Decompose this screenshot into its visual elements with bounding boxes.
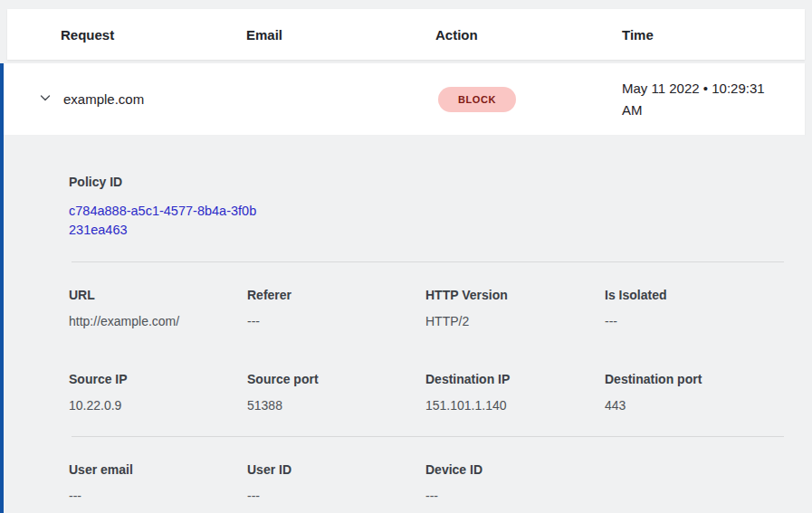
column-header-email: Email: [246, 27, 435, 43]
field-empty: [605, 461, 784, 505]
field-is-isolated: Is Isolated ---: [605, 286, 784, 330]
action-cell: BLOCK: [435, 87, 622, 112]
field-referer: Referer ---: [247, 286, 425, 330]
log-details-panel: Policy ID c784a888-a5c1-4577-8b4a-3f0b23…: [4, 135, 805, 513]
chevron-down-icon: [38, 90, 53, 108]
divider: [72, 261, 784, 262]
time-cell: May 11 2022 • 10:29:31 AM: [622, 78, 787, 121]
field-user-email: User email ---: [69, 461, 247, 505]
field-source-port: Source port 51388: [247, 370, 425, 414]
gateway-logs-page: Request Email Action Time example.com BL…: [0, 9, 812, 513]
column-header-time: Time: [622, 27, 805, 43]
expanded-log-entry: example.com BLOCK May 11 2022 • 10:29:31…: [0, 63, 805, 513]
field-http-version: HTTP Version HTTP/2: [425, 286, 605, 330]
policy-id-link[interactable]: c784a888-a5c1-4577-8b4a-3f0b231ea463: [69, 202, 259, 240]
field-destination-port: Destination port 443: [605, 370, 784, 414]
field-group-http: URL http://example.com/ Referer --- HTTP…: [69, 286, 784, 330]
collapse-row-button[interactable]: [38, 92, 53, 107]
field-destination-ip: Destination IP 151.101.1.140: [425, 370, 605, 414]
field-user-id: User ID ---: [247, 461, 425, 505]
column-header-action: Action: [435, 27, 622, 43]
field-device-id: Device ID ---: [425, 461, 605, 505]
field-policy-id: Policy ID c784a888-a5c1-4577-8b4a-3f0b23…: [69, 173, 784, 240]
request-domain: example.com: [63, 91, 144, 107]
policy-id-label: Policy ID: [69, 173, 784, 191]
request-cell: example.com: [38, 91, 246, 107]
field-group-user: User email --- User ID --- Device ID ---: [69, 461, 784, 505]
log-row[interactable]: example.com BLOCK May 11 2022 • 10:29:31…: [4, 63, 805, 135]
divider: [72, 436, 784, 437]
field-source-ip: Source IP 10.22.0.9: [69, 370, 247, 414]
field-url: URL http://example.com/: [69, 286, 247, 330]
field-group-network: Source IP 10.22.0.9 Source port 51388 De…: [69, 370, 784, 414]
column-header-request: Request: [61, 27, 246, 43]
table-header: Request Email Action Time: [7, 9, 805, 60]
block-action-badge: BLOCK: [438, 87, 516, 112]
